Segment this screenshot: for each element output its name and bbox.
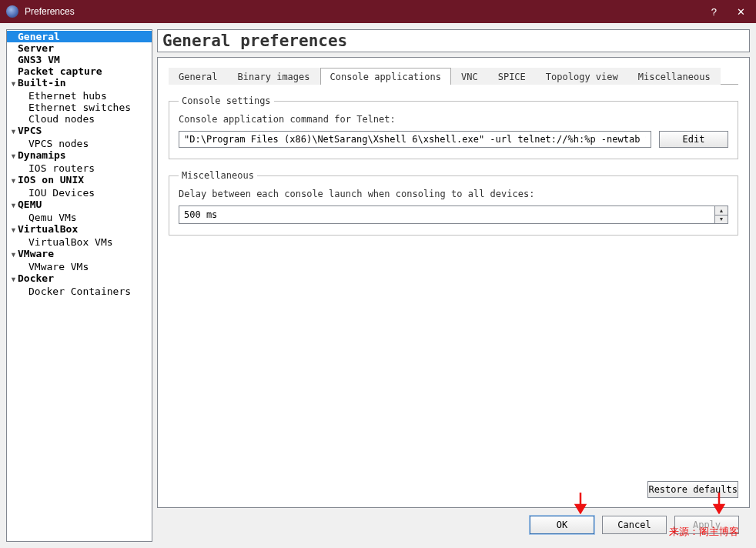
page-title: General preferences [157, 29, 750, 52]
app-icon [6, 5, 18, 18]
tab-general[interactable]: General [169, 68, 228, 85]
sidebar-item-label: Dynamips [18, 149, 66, 161]
telnet-command-label: Console application command for Telnet: [179, 114, 728, 125]
edit-button[interactable]: Edit [659, 131, 728, 148]
sidebar-item-ethernet-hubs[interactable]: Ethernet hubs [7, 90, 152, 102]
sidebar-item-label: Built-in [18, 77, 66, 89]
miscellaneous-legend: Miscellaneous [179, 170, 257, 181]
miscellaneous-group: Miscellaneous Delay between each console… [169, 170, 738, 236]
sidebar-item-label: VMware VMs [28, 261, 89, 272]
sidebar-item-general[interactable]: General [7, 31, 152, 42]
content-panel: GeneralBinary imagesConsole applications… [157, 57, 750, 508]
telnet-command-input[interactable] [179, 131, 651, 148]
sidebar-item-iou-devices[interactable]: IOU Devices [7, 187, 152, 199]
spin-up-icon[interactable]: ▲ [714, 206, 728, 215]
chevron-down-icon[interactable]: ▼ [10, 225, 18, 236]
delay-input[interactable] [179, 206, 714, 224]
chevron-down-icon[interactable]: ▼ [10, 200, 18, 212]
sidebar-tree[interactable]: GeneralServerGNS3 VMPacket capture▼Built… [6, 29, 152, 542]
sidebar-item-label: QEMU [18, 199, 42, 210]
sidebar-item-label: VPCS [18, 125, 42, 136]
sidebar-item-label: Server [18, 42, 54, 54]
sidebar-item-docker-containers[interactable]: Docker Containers [7, 286, 152, 297]
sidebar-item-label: VirtualBox [18, 223, 78, 235]
chevron-down-icon[interactable]: ▼ [10, 126, 18, 138]
sidebar-item-virtualbox[interactable]: ▼VirtualBox [7, 223, 152, 236]
sidebar-item-packet-capture[interactable]: Packet capture [7, 65, 152, 77]
sidebar-item-server[interactable]: Server [7, 42, 152, 54]
sidebar-item-gns3-vm[interactable]: GNS3 VM [7, 54, 152, 65]
sidebar-item-label: Docker [18, 272, 54, 284]
console-settings-legend: Console settings [179, 95, 274, 106]
sidebar-item-vpcs[interactable]: ▼VPCS [7, 125, 152, 138]
tab-miscellaneous[interactable]: Miscellaneous [628, 68, 721, 85]
apply-button[interactable]: Apply [674, 516, 739, 534]
sidebar-item-label: IOS on UNIX [18, 174, 84, 185]
sidebar-item-ethernet-switches[interactable]: Ethernet switches [7, 102, 152, 113]
sidebar-item-qemu[interactable]: ▼QEMU [7, 199, 152, 212]
spin-down-icon[interactable]: ▼ [714, 215, 728, 225]
sidebar-item-docker[interactable]: ▼Docker [7, 272, 152, 286]
titlebar: Preferences ? ✕ [0, 0, 756, 23]
tab-console-applications[interactable]: Console applications [320, 68, 452, 85]
sidebar-item-label: IOS routers [28, 162, 95, 174]
help-icon[interactable]: ? [711, 6, 717, 18]
sidebar-item-ios-routers[interactable]: IOS routers [7, 162, 152, 174]
sidebar-item-label: IOU Devices [28, 187, 95, 199]
delay-label: Delay between each console launch when c… [179, 189, 728, 199]
delay-spinbox[interactable]: ▲ ▼ [179, 206, 728, 224]
sidebar-item-label: Packet capture [18, 65, 102, 77]
sidebar-item-label: Cloud nodes [28, 113, 95, 125]
sidebar-item-vpcs-nodes[interactable]: VPCS nodes [7, 138, 152, 149]
sidebar-item-built-in[interactable]: ▼Built-in [7, 77, 152, 90]
tab-vnc[interactable]: VNC [451, 68, 488, 85]
sidebar-item-qemu-vms[interactable]: Qemu VMs [7, 212, 152, 223]
sidebar-item-vmware-vms[interactable]: VMware VMs [7, 261, 152, 272]
ok-button[interactable]: OK [530, 516, 594, 534]
chevron-down-icon[interactable]: ▼ [10, 274, 18, 286]
chevron-down-icon[interactable]: ▼ [10, 249, 18, 261]
restore-defaults-button[interactable]: Restore defaults [647, 481, 738, 498]
tab-topology-view[interactable]: Topology view [536, 68, 628, 85]
sidebar-item-label: Docker Containers [28, 286, 131, 297]
sidebar-item-label: VPCS nodes [28, 138, 89, 149]
sidebar-item-label: VMware [18, 248, 54, 259]
sidebar-item-label: Qemu VMs [28, 212, 77, 223]
console-settings-group: Console settings Console application com… [169, 95, 738, 159]
window-title: Preferences [25, 6, 711, 17]
sidebar-item-vmware[interactable]: ▼VMware [7, 248, 152, 261]
tab-binary-images[interactable]: Binary images [228, 68, 320, 85]
cancel-button[interactable]: Cancel [602, 516, 667, 534]
tab-bar: GeneralBinary imagesConsole applications… [169, 67, 738, 85]
sidebar-item-label: Ethernet hubs [28, 90, 107, 102]
chevron-down-icon[interactable]: ▼ [10, 151, 18, 162]
sidebar-item-label: General [18, 31, 60, 42]
close-icon[interactable]: ✕ [737, 6, 745, 18]
sidebar-item-label: GNS3 VM [18, 54, 60, 65]
sidebar-item-dynamips[interactable]: ▼Dynamips [7, 149, 152, 162]
chevron-down-icon[interactable]: ▼ [10, 175, 18, 187]
sidebar-item-ios-on-unix[interactable]: ▼IOS on UNIX [7, 174, 152, 187]
sidebar-item-cloud-nodes[interactable]: Cloud nodes [7, 113, 152, 125]
sidebar-item-virtualbox-vms[interactable]: VirtualBox VMs [7, 236, 152, 248]
tab-spice[interactable]: SPICE [488, 68, 536, 85]
sidebar-item-label: Ethernet switches [28, 102, 131, 113]
chevron-down-icon[interactable]: ▼ [10, 79, 18, 90]
sidebar-item-label: VirtualBox VMs [28, 236, 113, 248]
